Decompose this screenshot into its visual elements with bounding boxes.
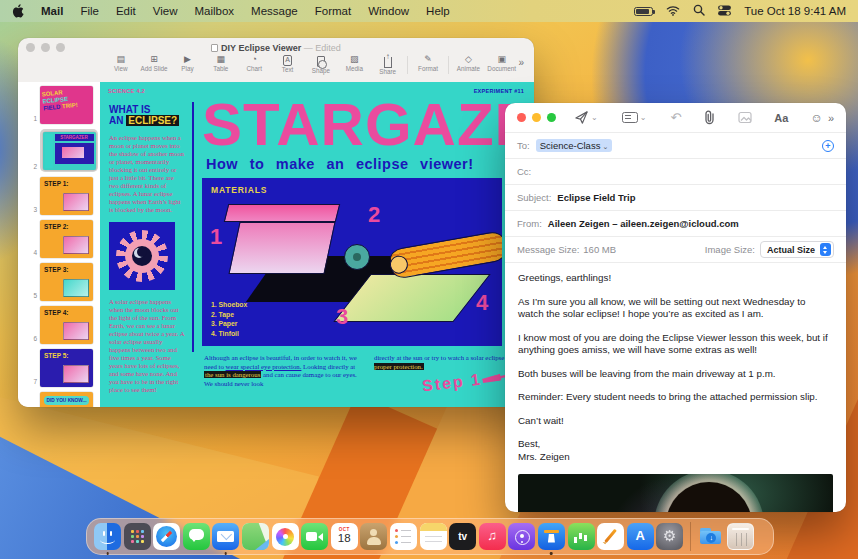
- slide-thumbnail-row[interactable]: 6 STEP 4:: [28, 306, 100, 344]
- slide-thumbnail-8[interactable]: DID YOU KNOW...: [40, 392, 93, 407]
- slide-thumbnail-row[interactable]: 3 STEP 1:: [28, 177, 100, 215]
- header-fields-button[interactable]: [622, 109, 638, 127]
- add-slide-button[interactable]: ⊞Add Slide: [137, 54, 170, 72]
- from-field-row[interactable]: From: Aileen Zeigen – aileen.zeigen@iclo…: [505, 211, 846, 237]
- slide-thumbnail-row[interactable]: DID YOU KNOW...: [28, 392, 100, 407]
- send-options-chevron[interactable]: ⌄: [591, 113, 598, 122]
- keynote-title-bar[interactable]: DIY Eclipse Viewer — Edited: [18, 38, 534, 52]
- battery-icon[interactable]: [634, 7, 653, 16]
- dock-icon-app-store[interactable]: A: [627, 523, 654, 550]
- dock-icon-maps[interactable]: [242, 523, 269, 550]
- dock-icon-calendar[interactable]: OCT 18: [331, 523, 358, 550]
- text-icon: A: [283, 55, 292, 66]
- menu-window[interactable]: Window: [368, 5, 409, 17]
- menu-mail[interactable]: Mail: [41, 5, 63, 17]
- send-button[interactable]: [574, 109, 589, 127]
- attach-button[interactable]: [703, 109, 716, 127]
- dock-icon-photos[interactable]: [272, 523, 299, 550]
- cc-field-row[interactable]: Cc:: [505, 159, 846, 185]
- chart-button[interactable]: ◔Chart: [238, 54, 271, 72]
- menu-edit[interactable]: Edit: [116, 5, 136, 17]
- cc-label: Cc:: [517, 166, 531, 177]
- format-button[interactable]: Aa: [774, 109, 788, 127]
- undo-button[interactable]: ↶: [670, 109, 681, 127]
- menu-file[interactable]: File: [80, 5, 99, 17]
- insert-photo-button[interactable]: [738, 109, 752, 127]
- shape-button[interactable]: Shape: [304, 54, 337, 74]
- play-button[interactable]: ▶Play: [171, 54, 204, 72]
- menu-view[interactable]: View: [153, 5, 178, 17]
- dock-icon-numbers[interactable]: [568, 523, 595, 550]
- dock-icon-facetime[interactable]: [301, 523, 328, 550]
- slide-thumbnail-1[interactable]: SOLAR ECLIPSE FIELD TRIP!: [40, 86, 93, 124]
- dock-icon-notes[interactable]: [420, 523, 447, 550]
- view-button[interactable]: ▤View: [104, 54, 137, 72]
- search-icon[interactable]: [693, 4, 705, 18]
- thumbnail-step-label: STEP 4:: [44, 309, 68, 316]
- dock-icon-trash[interactable]: [727, 523, 754, 550]
- stepper-icon: [820, 243, 831, 256]
- dock-icon-mail[interactable]: [212, 523, 239, 550]
- menu-mailbox[interactable]: Mailbox: [194, 5, 234, 17]
- slide-thumbnail-3[interactable]: STEP 1:: [40, 177, 93, 215]
- wifi-icon[interactable]: [666, 5, 680, 18]
- slide-thumbnail-row[interactable]: 1 SOLAR ECLIPSE FIELD TRIP!: [28, 86, 100, 124]
- document-button[interactable]: ▣Document: [485, 54, 518, 72]
- mail-toolbar[interactable]: ⌄ ⌄ ↶ Aa ☺ »: [505, 103, 846, 133]
- dock-icon-system-settings[interactable]: ⚙: [656, 523, 683, 550]
- to-field-row[interactable]: To: Science-Class⌄ +: [505, 133, 846, 159]
- text-button[interactable]: AText: [271, 54, 304, 73]
- slide-thumbnail-row[interactable]: 5 STEP 3:: [28, 263, 100, 301]
- from-value[interactable]: Aileen Zeigen – aileen.zeigen@icloud.com: [548, 218, 739, 229]
- mail-toolbar-overflow-chevron[interactable]: »: [828, 112, 834, 124]
- menu-format[interactable]: Format: [315, 5, 351, 17]
- toolbar-overflow-chevron[interactable]: »: [518, 54, 524, 68]
- subject-value[interactable]: Eclipse Field Trip: [557, 192, 635, 203]
- slide-thumbnail-row[interactable]: 4 STEP 2:: [28, 220, 100, 258]
- dock-icon-finder[interactable]: [94, 523, 121, 550]
- slide-thumbnail-4[interactable]: STEP 2:: [40, 220, 93, 258]
- apple-menu-icon[interactable]: [12, 4, 24, 18]
- slide-thumbnail-row[interactable]: 7 STEP 5:: [28, 349, 100, 387]
- dock-icon-reminders[interactable]: [390, 523, 417, 550]
- table-button[interactable]: ▦Table: [204, 54, 237, 72]
- control-center-icon[interactable]: [718, 5, 731, 18]
- play-icon: ▶: [184, 54, 191, 65]
- media-button[interactable]: ▨Media: [338, 54, 371, 72]
- slide-thumbnail-2-selected[interactable]: STARGAZER: [43, 132, 96, 170]
- dock-icon-downloads[interactable]: ↓: [697, 523, 724, 550]
- animate-button[interactable]: ◇Animate: [452, 54, 485, 72]
- message-body[interactable]: Greetings, earthlings! As I’m sure you a…: [505, 263, 846, 463]
- minimize-button[interactable]: [532, 113, 541, 122]
- dock-icon-contacts[interactable]: [360, 523, 387, 550]
- thumbnail-decoration: [63, 322, 89, 340]
- slide-thumbnail-6[interactable]: STEP 4:: [40, 306, 93, 344]
- dock-icon-safari[interactable]: [153, 523, 180, 550]
- menu-message[interactable]: Message: [251, 5, 298, 17]
- zoom-button[interactable]: [547, 113, 556, 122]
- slide-thumbnail-row[interactable]: 2 STARGAZER: [28, 129, 100, 172]
- dock-icon-pages[interactable]: [597, 523, 624, 550]
- subject-field-row[interactable]: Subject: Eclipse Field Trip: [505, 185, 846, 211]
- dock-icon-keynote[interactable]: [538, 523, 565, 550]
- menu-help[interactable]: Help: [426, 5, 450, 17]
- recipient-token[interactable]: Science-Class⌄: [536, 139, 613, 152]
- close-button[interactable]: [517, 113, 526, 122]
- whatis-heading: WHAT IS AN ECLIPSE?: [109, 104, 185, 126]
- image-size-dropdown[interactable]: Actual Size: [760, 241, 834, 258]
- emoji-button[interactable]: ☺: [810, 109, 822, 127]
- eclipse-photo-attachment[interactable]: [518, 474, 833, 512]
- add-recipient-button[interactable]: +: [822, 140, 834, 152]
- dock-icon-podcasts[interactable]: [508, 523, 535, 550]
- dock-icon-messages[interactable]: [183, 523, 210, 550]
- slide-thumbnail-7[interactable]: STEP 5:: [40, 349, 93, 387]
- share-button[interactable]: Share: [371, 54, 404, 75]
- dock-icon-music[interactable]: ♫: [479, 523, 506, 550]
- format-button[interactable]: ✎Format: [411, 54, 444, 72]
- dock-icon-launchpad[interactable]: [124, 523, 151, 550]
- dock-icon-apple-tv[interactable]: tv: [449, 523, 476, 550]
- slide-thumbnail-5[interactable]: STEP 3:: [40, 263, 93, 301]
- header-fields-chevron[interactable]: ⌄: [640, 113, 647, 122]
- menu-bar-clock[interactable]: Tue Oct 18 9:41 AM: [744, 5, 846, 17]
- slide-canvas[interactable]: SCIENCE 4.2 EXPERIMENT #11 WHAT IS AN EC…: [100, 82, 534, 407]
